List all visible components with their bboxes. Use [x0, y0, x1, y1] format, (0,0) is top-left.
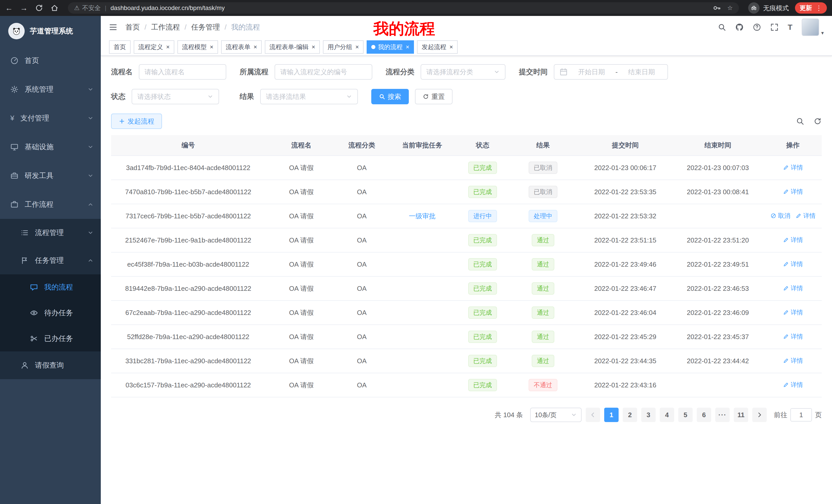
detail-link[interactable]: 详情 [783, 332, 803, 341]
fullscreen-icon[interactable] [770, 23, 779, 31]
tab-process-definition[interactable]: 流程定义× [134, 40, 174, 54]
cell-submit-time: 2022-01-22 23:43:16 [579, 373, 672, 397]
font-size-icon[interactable]: T [788, 23, 792, 32]
avatar[interactable] [802, 19, 819, 36]
user-menu[interactable]: ▾ [802, 19, 824, 36]
col-category: 流程分类 [337, 135, 386, 156]
close-icon[interactable]: × [355, 44, 359, 51]
detail-link[interactable]: 详情 [783, 308, 803, 316]
tab-process-form[interactable]: 流程表单× [221, 40, 262, 54]
detail-link[interactable]: 详情 [783, 284, 803, 292]
sidebar-item-process-mgmt[interactable]: 流程管理 [0, 219, 101, 247]
create-process-button[interactable]: 发起流程 [111, 114, 162, 129]
tab-process-model[interactable]: 流程模型× [177, 40, 218, 54]
breadcrumb-task-mgmt[interactable]: 任务管理 [191, 22, 220, 32]
goto-label: 前往 [774, 411, 787, 419]
prev-page-button[interactable] [586, 408, 600, 422]
current-task-link[interactable]: 一级审批 [409, 212, 436, 221]
cancel-link[interactable]: 取消 [770, 212, 790, 220]
goto-page-input[interactable] [790, 408, 812, 422]
tab-my-processes[interactable]: 我的流程× [367, 40, 414, 54]
page-button-1[interactable]: 1 [604, 408, 619, 422]
detail-link[interactable]: 详情 [783, 260, 803, 268]
sidebar-item-leave-query[interactable]: 请假查询 [0, 352, 101, 379]
detail-link[interactable]: 详情 [783, 236, 803, 244]
page-button-11[interactable]: 11 [734, 408, 748, 422]
page-size-select[interactable]: 10条/页 [530, 408, 581, 422]
page-button-5[interactable]: 5 [678, 408, 693, 422]
detail-label: 详情 [790, 236, 803, 244]
detail-link[interactable]: 详情 [783, 357, 803, 365]
close-icon[interactable]: × [210, 44, 213, 51]
sidebar-item-todo-tasks[interactable]: 待办任务 [0, 300, 101, 326]
tab-home[interactable]: 首页 [109, 40, 131, 54]
date-range-picker[interactable]: 开始日期 - 结束日期 [554, 64, 668, 80]
browser-menu-icon[interactable]: ⋮ [815, 4, 822, 12]
process-name-input[interactable]: 请输入流程名 [139, 64, 226, 80]
address-bar[interactable]: ⚠ 不安全 | dashboard.yudao.iocoder.cn/bpm/t… [68, 2, 739, 13]
app-logo[interactable]: 芋道管理系统 [0, 16, 101, 46]
search-icon[interactable] [718, 23, 726, 31]
sidebar-item-payment[interactable]: ¥ 支付管理 [0, 104, 101, 133]
search-button[interactable]: 搜索 [371, 89, 409, 104]
url-text[interactable]: dashboard.yudao.iocoder.cn/bpm/task/my [110, 4, 225, 11]
hamburger-icon[interactable] [109, 23, 117, 31]
forward-icon[interactable]: → [20, 4, 28, 12]
sidebar-item-done-tasks[interactable]: 已办任务 [0, 326, 101, 352]
next-page-button[interactable] [752, 408, 767, 422]
detail-link[interactable]: 详情 [796, 212, 815, 220]
breadcrumb-workflow[interactable]: 工作流程 [151, 22, 180, 32]
sidebar-item-task-mgmt[interactable]: 任务管理 [0, 247, 101, 274]
page-button-6[interactable]: 6 [697, 408, 711, 422]
briefcase-icon [10, 200, 19, 208]
cell-result: 通过 [507, 276, 579, 301]
refresh-icon[interactable] [813, 117, 822, 125]
process-definition-input[interactable]: 请输入流程定义的编号 [275, 64, 372, 80]
status-tag: 已完成 [468, 186, 497, 198]
list-icon [21, 229, 29, 237]
tab-process-form-edit[interactable]: 流程表单-编辑× [265, 40, 320, 54]
back-icon[interactable]: ← [5, 4, 13, 12]
status-select[interactable]: 请选择状态 [132, 89, 219, 104]
close-icon[interactable]: × [166, 44, 170, 51]
toggle-search-icon[interactable] [796, 117, 804, 125]
home-icon[interactable] [50, 4, 59, 12]
result-select[interactable]: 请选择流结果 [260, 89, 358, 104]
page-button-2[interactable]: 2 [623, 408, 637, 422]
detail-link[interactable]: 详情 [783, 163, 803, 172]
tab-user-group[interactable]: 用户分组× [323, 40, 364, 54]
pages-ellipsis[interactable]: ··· [715, 408, 730, 422]
security-indicator[interactable]: ⚠ 不安全 [74, 4, 101, 12]
close-icon[interactable]: × [312, 44, 315, 51]
sidebar-item-infrastructure[interactable]: 基础设施 [0, 133, 101, 161]
cell-name: OA 请假 [265, 228, 337, 252]
col-submit-time: 提交时间 [579, 135, 672, 156]
help-icon[interactable] [753, 23, 761, 31]
bookmark-star-icon[interactable]: ☆ [727, 4, 733, 11]
cell-name: OA 请假 [265, 373, 337, 397]
chevron-down-icon [87, 144, 94, 150]
category-select[interactable]: 请选择流程分类 [421, 64, 505, 80]
close-icon[interactable]: × [449, 44, 453, 51]
detail-link[interactable]: 详情 [783, 381, 803, 389]
breadcrumb-home[interactable]: 首页 [126, 22, 140, 32]
sidebar-item-devtools[interactable]: 研发工具 [0, 161, 101, 190]
key-icon[interactable] [713, 4, 721, 12]
table-row: ec45f38f-7b9a-11ec-b03b-acde48001122 OA … [111, 252, 822, 276]
detail-link[interactable]: 详情 [783, 188, 803, 196]
page-button-4[interactable]: 4 [660, 408, 674, 422]
sidebar-item-system[interactable]: 系统管理 [0, 75, 101, 104]
tab-initiate-process[interactable]: 发起流程× [417, 40, 458, 54]
sidebar-item-workflow[interactable]: 工作流程 [0, 190, 101, 219]
page-button-3[interactable]: 3 [641, 408, 656, 422]
sidebar-item-my-processes[interactable]: 我的流程 [0, 274, 101, 300]
close-icon[interactable]: × [254, 44, 257, 51]
github-icon[interactable] [735, 23, 744, 31]
reset-button[interactable]: 重置 [415, 89, 452, 104]
close-icon[interactable]: × [406, 44, 409, 51]
cell-name: OA 请假 [265, 180, 337, 204]
sidebar-item-home[interactable]: 首页 [0, 46, 101, 75]
update-button[interactable]: 更新 ⋮ [795, 2, 827, 13]
reload-icon[interactable] [35, 4, 43, 12]
cell-status: 已完成 [458, 180, 507, 204]
